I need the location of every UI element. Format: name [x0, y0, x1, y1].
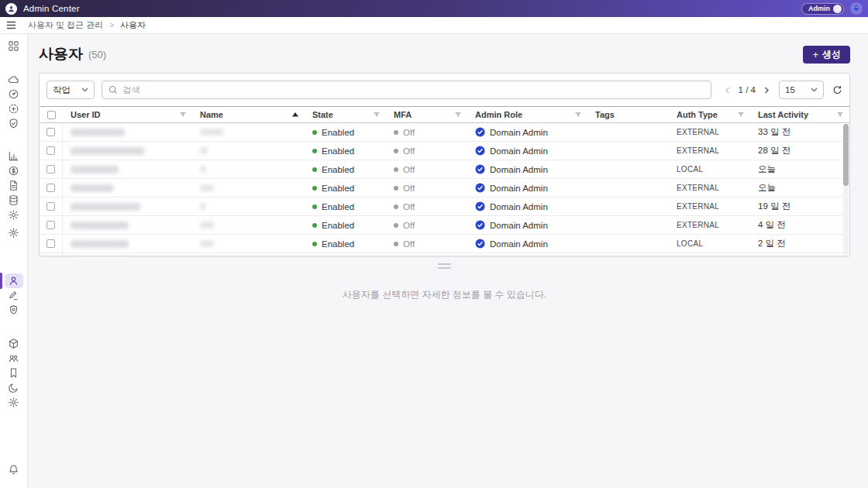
breadcrumb-section[interactable]: 사용자 및 접근 관리 — [28, 19, 103, 31]
cell-last-activity: 오늘 — [750, 179, 849, 197]
compass-icon — [8, 88, 19, 100]
create-button[interactable]: + 생성 — [803, 46, 850, 64]
sidebar-item-user-group[interactable] — [0, 351, 28, 366]
table-row[interactable]: EnabledOffDomain AdminEXTERNAL33 일 전 — [40, 123, 849, 142]
admin-role-label: Domain Admin — [490, 221, 548, 230]
off-dot-icon — [394, 186, 398, 191]
table-row[interactable]: EnabledOffDomain AdminLOCAL2 일 전 — [40, 235, 849, 253]
page-size-value: 15 — [785, 85, 795, 95]
off-dot-icon — [394, 167, 398, 172]
column-header-last-activity[interactable]: Last Activity — [750, 107, 849, 122]
settings-icon-wrap — [5, 225, 23, 240]
cell-auth-type: LOCAL — [669, 235, 750, 253]
cell-state: Enabled — [305, 160, 386, 178]
sidebar-item-users[interactable] — [0, 273, 28, 288]
row-checkbox[interactable] — [46, 239, 55, 248]
page-size-select[interactable]: 15 — [779, 81, 824, 99]
cell-user-id — [63, 198, 192, 215]
sidebar-item-scan-plus[interactable] — [0, 101, 28, 116]
row-checkbox[interactable] — [46, 165, 55, 174]
sidebar-item-badge[interactable] — [0, 303, 28, 318]
cell-admin-role: Domain Admin — [467, 216, 587, 234]
sidebar-item-cloud[interactable] — [0, 72, 28, 87]
select-all-checkbox[interactable] — [47, 111, 56, 119]
sidebar-item-database[interactable] — [0, 193, 28, 208]
cell-admin-role: Domain Admin — [467, 179, 587, 197]
cell-auth-type: EXTERNAL — [669, 253, 750, 256]
sidebar-item-compass[interactable] — [0, 87, 28, 101]
table-row[interactable]: EnabledOffDomain AdminEXTERNAL오늘 — [40, 179, 849, 198]
column-header-admin-role[interactable]: Admin Role — [467, 107, 587, 122]
mfa-label: Off — [403, 202, 415, 211]
launcher-button[interactable] — [850, 2, 863, 15]
prev-page-button[interactable] — [725, 87, 730, 94]
sidebar-item-dashboard[interactable] — [0, 39, 28, 53]
column-header-user-id[interactable]: User ID — [63, 107, 192, 122]
table-row[interactable]: EnabledOffDomain AdminLOCAL오늘 — [40, 160, 849, 179]
cell-auth-type: EXTERNAL — [669, 123, 750, 141]
sidebar-item-bar-chart[interactable] — [0, 149, 28, 163]
row-checkbox[interactable] — [46, 128, 55, 136]
redacted-user-id — [71, 222, 129, 229]
actions-dropdown[interactable]: 작업 — [46, 81, 95, 99]
rocket-icon — [852, 5, 860, 12]
row-checkbox[interactable] — [46, 202, 55, 211]
sidebar-item-document[interactable] — [0, 178, 28, 193]
cell-user-id — [63, 160, 192, 178]
filter-icon — [837, 112, 843, 117]
cell-tags — [587, 123, 669, 141]
sidebar-item-bell[interactable] — [0, 462, 28, 477]
column-header-state[interactable]: State — [305, 107, 386, 122]
off-dot-icon — [394, 204, 398, 209]
page-count: (50) — [88, 49, 106, 60]
admin-mode-toggle[interactable]: Admin — [801, 3, 844, 15]
actions-dropdown-label: 작업 — [53, 84, 71, 96]
redacted-user-id — [71, 203, 140, 211]
refresh-button[interactable] — [832, 85, 842, 95]
cell-user-id — [63, 123, 192, 141]
last-activity-label: 33 일 전 — [758, 126, 790, 138]
row-checkbox[interactable] — [46, 146, 55, 155]
panel-resize-handle[interactable] — [39, 262, 850, 270]
table-row[interactable]: EnabledOffDomain AdminEXTERNAL28 일 전 — [40, 142, 849, 160]
auth-type-label: EXTERNAL — [677, 202, 719, 211]
search-input[interactable]: 검색 — [102, 81, 711, 99]
sidebar-item-cube[interactable] — [0, 336, 28, 351]
admin-mode-label: Admin — [808, 5, 830, 12]
sidebar-item-settings[interactable] — [0, 225, 28, 240]
moon-icon — [8, 382, 19, 393]
cog-icon-wrap — [5, 395, 23, 410]
last-activity-label: 19 일 전 — [758, 201, 790, 212]
next-page-button[interactable] — [764, 87, 770, 94]
scrollbar-thumb[interactable] — [843, 124, 849, 186]
column-header-name[interactable]: Name — [192, 107, 305, 122]
row-checkbox[interactable] — [46, 184, 55, 192]
sidebar-item-moon[interactable] — [0, 380, 28, 395]
user-group-icon — [8, 352, 19, 364]
sidebar-item-billing[interactable] — [0, 163, 28, 178]
hamburger-menu-icon[interactable] — [6, 21, 16, 29]
sidebar-item-gear[interactable] — [0, 208, 28, 222]
table-row[interactable]: EnabledOffDomain AdminEXTERNAL — [40, 253, 849, 256]
table-row[interactable]: EnabledOffDomain AdminEXTERNAL4 일 전 — [40, 216, 849, 235]
sidebar-item-bookmark[interactable] — [0, 366, 28, 380]
cog-icon — [8, 397, 19, 408]
row-checkbox[interactable] — [46, 221, 55, 229]
cell-last-activity: 28 일 전 — [750, 142, 849, 160]
sidebar-item-signature[interactable] — [0, 288, 28, 303]
refresh-icon — [832, 85, 842, 95]
cell-state: Enabled — [305, 253, 386, 256]
user-avatar-icon[interactable] — [5, 3, 17, 15]
sidebar-item-shield-check[interactable] — [0, 116, 28, 131]
table-row[interactable]: EnabledOffDomain AdminEXTERNAL19 일 전 — [40, 198, 849, 216]
column-header-auth-type[interactable]: Auth Type — [669, 107, 750, 122]
column-header-mfa[interactable]: MFA — [386, 107, 467, 122]
column-header-tags[interactable]: Tags — [587, 107, 669, 122]
redacted-name — [200, 129, 223, 136]
sidebar-item-cog[interactable] — [0, 395, 28, 410]
left-sidebar — [0, 34, 28, 488]
cell-last-activity — [750, 253, 849, 256]
cell-name — [192, 216, 305, 234]
redacted-name — [200, 184, 214, 191]
cell-auth-type: EXTERNAL — [669, 216, 750, 234]
